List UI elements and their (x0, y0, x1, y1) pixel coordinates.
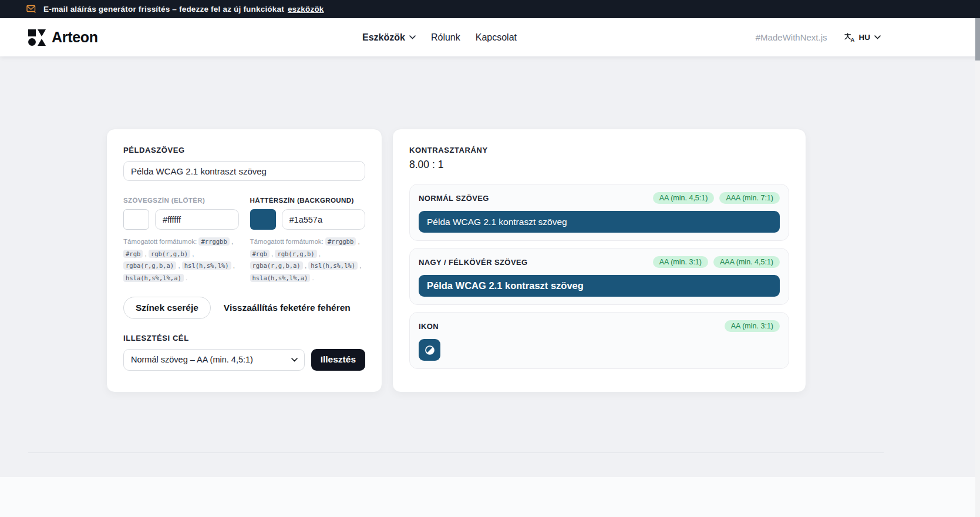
nav-item-contact[interactable]: Kapcsolat (476, 32, 517, 43)
svg-text:A: A (850, 36, 854, 42)
badge-aa: AA (min. 3:1) (725, 320, 780, 332)
format-chip: rgba(r,g,b,a) (250, 261, 303, 270)
result-normal-title: NORMÁL SZÖVEG (419, 194, 489, 203)
swap-colors-button[interactable]: Színek cseréje (123, 297, 211, 319)
background-swatch[interactable] (250, 209, 276, 230)
format-chip: hsla(h,s%,l%,a) (250, 274, 311, 282)
fit-target-label: ILLESZTÉSI CÉL (123, 334, 365, 343)
format-chip: #rgb (250, 250, 270, 258)
fit-target-select-wrap: Normál szöveg – AA (min. 4,5:1) (123, 349, 305, 371)
icon-preview-tile (419, 339, 440, 361)
footer-divider (28, 452, 884, 453)
background-column: HÁTTÉRSZÍN (BACKGROUND) Támogatott formá… (250, 197, 366, 284)
result-icon-title: IKON (419, 322, 439, 331)
formats-prefix: Támogatott formátumok: (123, 238, 197, 245)
email-icon (26, 5, 36, 14)
foreground-hex-input[interactable] (155, 209, 239, 230)
nav-item-about[interactable]: Rólunk (431, 32, 460, 43)
format-chip: hsl(h,s%,l%) (308, 261, 358, 270)
result-icon: IKON AA (min. 3:1) (409, 312, 789, 369)
translate-icon: A (844, 32, 855, 42)
foreground-label: SZÖVEGSZÍN (ELŐTÉR) (123, 197, 239, 204)
background-formats-help: Támogatott formátumok: #rrggbb , #rgb , … (250, 236, 366, 284)
format-chip: #rrggbb (198, 237, 229, 246)
footer-area (0, 477, 980, 517)
formats-prefix: Támogatott formátumok: (250, 238, 324, 245)
banner-message: E-mail aláírás generátor frissítés – fed… (43, 5, 284, 14)
foreground-column: SZÖVEGSZÍN (ELŐTÉR) Támogatott formátumo… (123, 197, 239, 284)
badge-aa: AA (min. 4,5:1) (653, 192, 715, 204)
banner-tools-link[interactable]: eszközök (288, 5, 324, 14)
ratio-label: KONTRASZTARÁNY (409, 146, 789, 155)
format-chip: rgb(r,g,b) (275, 250, 316, 258)
foreground-formats-help: Támogatott formátumok: #rrggbb , #rgb , … (123, 236, 239, 284)
badge-aaa: AAA (min. 7:1) (719, 192, 780, 204)
nav-item-tools[interactable]: Eszközök (362, 32, 416, 43)
language-switcher[interactable]: A HU (844, 32, 881, 42)
chevron-down-icon (409, 35, 416, 39)
brand-logo[interactable]: Arteon (28, 18, 98, 56)
chevron-down-icon (874, 35, 881, 39)
format-chip: hsl(h,s%,l%) (182, 261, 231, 270)
result-large-title: NAGY / FÉLKÖVÉR SZÖVEG (419, 258, 528, 267)
site-header: Arteon Eszközök Rólunk Kapcsolat #MadeWi… (0, 18, 980, 56)
background-hex-input[interactable] (282, 209, 366, 230)
fit-button[interactable]: Illesztés (311, 349, 365, 371)
result-normal-text: NORMÁL SZÖVEG AA (min. 4,5:1) AAA (min. … (409, 184, 789, 241)
format-chip: rgb(r,g,b) (149, 250, 190, 258)
scrollbar-thumb[interactable] (975, 18, 980, 61)
format-chip: rgba(r,g,b,a) (123, 261, 176, 270)
background-label: HÁTTÉRSZÍN (BACKGROUND) (250, 197, 366, 204)
language-code: HU (859, 33, 871, 42)
fit-target-select[interactable]: Normál szöveg – AA (min. 4,5:1) (123, 349, 305, 371)
format-chip: hsla(h,s%,l%,a) (123, 274, 184, 282)
brand-name: Arteon (52, 29, 98, 46)
contrast-editor-card: PÉLDASZÖVEG SZÖVEGSZÍN (ELŐTÉR) Támogato… (106, 129, 382, 392)
announcement-banner: E-mail aláírás generátor frissítés – fed… (0, 0, 980, 18)
header-right: #MadeWithNext.js A HU (756, 18, 881, 56)
badge-aa: AA (min. 3:1) (653, 256, 708, 268)
badge-aaa: AAA (min. 4,5:1) (713, 256, 780, 268)
large-text-preview: Példa WCAG 2.1 kontraszt szöveg (419, 275, 780, 297)
color-inputs: SZÖVEGSZÍN (ELŐTÉR) Támogatott formátumo… (123, 197, 365, 284)
contrast-icon (424, 344, 436, 356)
contrast-results-card: KONTRASZTARÁNY 8.00 : 1 NORMÁL SZÖVEG AA… (392, 129, 806, 392)
arteon-logo-icon (28, 29, 46, 46)
reset-colors-button[interactable]: Visszaállítás feketére fehéren (221, 297, 353, 318)
made-with-badge: #MadeWithNext.js (756, 32, 827, 42)
result-large-text: NAGY / FÉLKÖVÉR SZÖVEG AA (min. 3:1) AAA… (409, 248, 789, 305)
scrollbar-track[interactable] (975, 18, 980, 517)
sample-text-input[interactable] (123, 161, 365, 181)
foreground-swatch[interactable] (123, 209, 149, 230)
format-chip: #rrggbb (325, 237, 356, 246)
nav-tools-label: Eszközök (362, 32, 405, 43)
sample-text-label: PÉLDASZÖVEG (123, 146, 365, 155)
normal-text-preview: Példa WCAG 2.1 kontraszt szöveg (419, 211, 780, 233)
format-chip: #rgb (123, 250, 143, 258)
main-nav: Eszközök Rólunk Kapcsolat (362, 18, 517, 56)
ratio-value: 8.00 : 1 (409, 159, 789, 171)
